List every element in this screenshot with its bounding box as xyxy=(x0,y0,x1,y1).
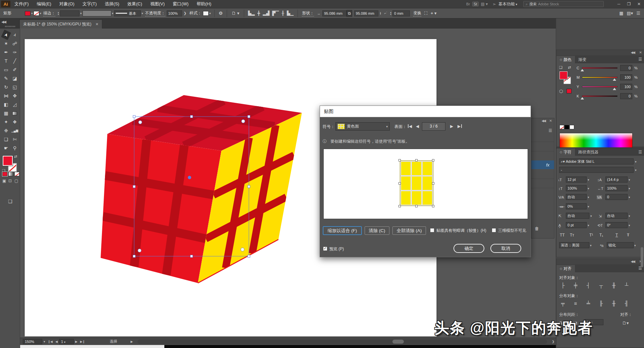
panel-menu-icon[interactable]: ☰ xyxy=(548,128,552,133)
align-top-icon[interactable]: ▛▔ xyxy=(272,11,279,16)
slider-thumb-K[interactable] xyxy=(581,97,584,99)
leading-field[interactable]: (14.4 p xyxy=(605,177,628,183)
last-artboard-icon[interactable]: ▶❙ xyxy=(80,340,85,343)
document-tab[interactable]: 未标题-1* @ 150% (CMYK/GPU 预览) ✕ xyxy=(19,19,102,28)
first-artboard-icon[interactable]: ❙◀ xyxy=(48,340,53,343)
opacity-label[interactable]: 不透明度： xyxy=(145,10,165,16)
arrange-documents-icon[interactable]: ▤ ▾ xyxy=(481,2,488,6)
underline-button[interactable]: T xyxy=(615,233,618,237)
document-setup-icon[interactable]: 🗋 ▾ xyxy=(231,11,239,16)
gradient-tool[interactable] xyxy=(11,110,19,117)
distribute-object-0-icon[interactable]: ╤ xyxy=(559,300,567,306)
handle[interactable] xyxy=(432,159,434,161)
preview-checkbox[interactable] xyxy=(323,247,327,251)
vertical-scale-field[interactable]: 100% xyxy=(566,185,587,191)
stroke-label[interactable]: 描边： xyxy=(43,10,55,16)
handle[interactable] xyxy=(432,205,434,207)
slider-value-K[interactable]: 0 xyxy=(620,93,632,99)
symbol-dropdown[interactable]: 黄色面 ▾ xyxy=(335,122,390,131)
slider-thumb-Y[interactable] xyxy=(613,88,616,90)
tab-color[interactable]: ◇颜色 xyxy=(556,56,575,63)
gpu-performance-icon[interactable]: ➣ xyxy=(492,2,496,7)
effect-row-3d[interactable]: fx xyxy=(531,160,554,169)
panel-menu-icon[interactable]: ☰ xyxy=(638,150,642,154)
minimize-button[interactable]: ─ xyxy=(614,2,624,6)
fill-stroke-proxy-icon[interactable]: ❏ xyxy=(559,65,562,70)
font-chevron-icon[interactable]: ▾ xyxy=(635,160,637,163)
zoom-level-field[interactable]: 150% xyxy=(23,339,42,344)
opacity-expand-icon[interactable]: ❯ xyxy=(184,11,186,15)
font-size-field[interactable]: 12 pt xyxy=(566,177,587,183)
slider-value-C[interactable]: 0 xyxy=(620,65,632,71)
draw-normal-icon[interactable]: ▣ xyxy=(2,179,6,183)
align-left-icon[interactable]: ▙▂ xyxy=(248,11,255,16)
align-center-icon[interactable]: ╋ xyxy=(258,11,260,16)
select-similar-icon[interactable]: ⌖ ▾ xyxy=(431,11,436,16)
tab-character[interactable]: ◇字符 xyxy=(556,148,575,156)
pen-tool[interactable]: ✒ xyxy=(2,49,10,56)
corner-stepper[interactable]: ▲▼ xyxy=(390,11,392,15)
align-middle-icon[interactable]: ╂ xyxy=(281,11,284,16)
align-object-5-icon[interactable]: ┴ xyxy=(623,282,630,288)
stroke-color-swatch[interactable] xyxy=(34,11,39,16)
shape-width-field[interactable]: 95.086 mm xyxy=(322,10,346,16)
panel-grip[interactable] xyxy=(5,26,15,27)
opacity-field[interactable]: 100% xyxy=(167,10,182,16)
collapse-icon[interactable]: ◀◀ xyxy=(631,51,635,54)
stroke-weight-chevron-icon[interactable]: ▾ xyxy=(80,12,82,15)
language-field[interactable]: 英语：美国 xyxy=(559,242,589,248)
antialias-chevron-icon[interactable]: ▾ xyxy=(634,244,636,247)
collapse-icon[interactable]: ◀◀ xyxy=(542,119,545,123)
tab-close-icon[interactable]: ✕ xyxy=(96,22,99,26)
horizontal-scrollbar[interactable] xyxy=(138,339,547,344)
screen-mode-icon[interactable]: ❑ xyxy=(8,199,12,204)
font-family-field[interactable]: ⌕▾ Adobe 宋体 Std L xyxy=(559,158,634,164)
handle[interactable] xyxy=(398,205,401,207)
none-button[interactable] xyxy=(14,172,19,176)
align-object-1-icon[interactable]: ╪ xyxy=(572,282,579,288)
baseline-shift-field[interactable]: 0 pt xyxy=(566,222,587,228)
handle[interactable] xyxy=(415,159,418,161)
align-object-4-icon[interactable]: ╫ xyxy=(610,282,618,288)
surface-number-field[interactable]: 3 / 6 xyxy=(422,122,445,131)
stock-icon[interactable]: St xyxy=(472,2,478,6)
char-rotation-field[interactable]: 0° xyxy=(605,222,628,228)
artboard-tool[interactable]: ❏ xyxy=(2,136,10,143)
slider-track-Y[interactable] xyxy=(582,86,618,87)
distribute-object-5-icon[interactable]: ╢ xyxy=(623,300,630,306)
rotation-chevron-icon[interactable]: ▾ xyxy=(629,224,630,227)
paintbrush-tool[interactable]: ✐ xyxy=(11,66,19,73)
last-surface-icon[interactable]: ▶ xyxy=(458,124,461,129)
kerning-field[interactable]: 自动 xyxy=(566,194,587,200)
baseline-chevron-icon[interactable]: ▾ xyxy=(588,224,589,227)
dock-scrollbar-thumb[interactable] xyxy=(641,247,643,267)
next-surface-icon[interactable]: ▶ xyxy=(450,124,453,129)
tab-gradient[interactable]: 渐变 xyxy=(575,56,590,63)
superscript-button[interactable]: T¹ xyxy=(589,233,593,237)
menu-item-5[interactable]: 效果(C) xyxy=(123,0,146,8)
tracking-field[interactable]: 0 xyxy=(605,194,628,200)
eyedropper-tool[interactable]: ✦ xyxy=(2,118,10,126)
cancel-button[interactable]: 取消 xyxy=(490,244,521,253)
slider-track-C[interactable] xyxy=(582,67,618,69)
none-swatch[interactable] xyxy=(559,125,564,129)
constrain-proportions-icon[interactable]: ⧉ xyxy=(346,10,352,17)
all-caps-button[interactable]: TT xyxy=(560,233,565,237)
collapse-icon[interactable]: ◀◀ xyxy=(631,260,635,263)
subscript-button[interactable]: T₁ xyxy=(599,233,603,237)
prev-surface-icon[interactable]: ◀ xyxy=(416,124,419,129)
stroke-weight-field[interactable] xyxy=(60,10,79,16)
size-chevron-icon[interactable]: ▾ xyxy=(588,178,589,182)
hscale-chevron-icon[interactable]: ▾ xyxy=(629,187,630,190)
font-style-field[interactable]: - xyxy=(559,167,634,173)
menu-item-7[interactable]: 窗口(W) xyxy=(169,0,193,8)
corner-radius-icon[interactable]: ⌐˙ xyxy=(384,11,387,15)
trash-icon[interactable]: 🗑 xyxy=(535,226,539,231)
rotate-tool[interactable]: ↻ xyxy=(2,83,10,91)
style-chevron-icon[interactable]: ▾ xyxy=(635,168,637,172)
preview-symbol[interactable] xyxy=(400,160,433,206)
blend-tool[interactable]: ❖ xyxy=(11,118,19,126)
menu-item-6[interactable]: 视图(V) xyxy=(146,0,169,8)
shape-builder-tool[interactable]: ◧ xyxy=(2,101,10,108)
slice-tool[interactable]: ✄ xyxy=(11,136,19,143)
